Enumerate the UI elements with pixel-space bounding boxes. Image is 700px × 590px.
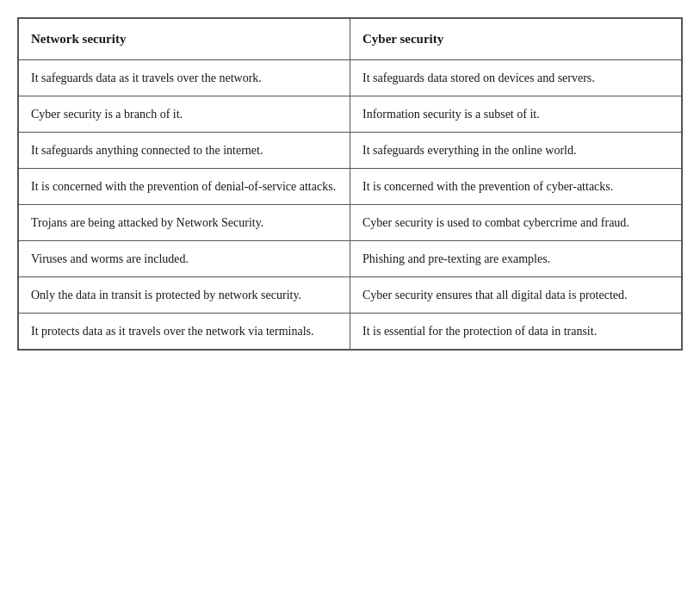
row8-col2: It is essential for the protection of da… bbox=[350, 313, 682, 349]
row2-col1: Cyber security is a branch of it. bbox=[19, 96, 350, 132]
row3-col2: It safeguards everything in the online w… bbox=[350, 132, 682, 168]
header-network-security: Network security bbox=[19, 19, 350, 60]
row1-col1: It safeguards data as it travels over th… bbox=[19, 59, 350, 96]
comparison-table: Network security Cyber security It safeg… bbox=[17, 17, 683, 351]
table-row: Viruses and worms are included. Phishing… bbox=[19, 240, 682, 276]
row7-col2: Cyber security ensures that all digital … bbox=[350, 276, 682, 313]
table-row: Cyber security is a branch of it. Inform… bbox=[19, 96, 682, 132]
header-cyber-security: Cyber security bbox=[350, 19, 682, 60]
row5-col1: Trojans are being attacked by Network Se… bbox=[19, 204, 350, 240]
table-row: It protects data as it travels over the … bbox=[19, 313, 682, 349]
row4-col1: It is concerned with the prevention of d… bbox=[19, 168, 350, 204]
row3-col1: It safeguards anything connected to the … bbox=[19, 132, 350, 168]
row7-col1: Only the data in transit is protected by… bbox=[19, 276, 350, 313]
row6-col2: Phishing and pre-texting are examples. bbox=[350, 240, 682, 276]
table-row: Only the data in transit is protected by… bbox=[19, 276, 682, 313]
table-header-row: Network security Cyber security bbox=[19, 19, 682, 60]
row8-col1: It protects data as it travels over the … bbox=[19, 313, 350, 349]
table-row: It safeguards data as it travels over th… bbox=[19, 59, 682, 96]
table-row: Trojans are being attacked by Network Se… bbox=[19, 204, 682, 240]
row1-col2: It safeguards data stored on devices and… bbox=[350, 59, 682, 96]
row5-col2: Cyber security is used to combat cybercr… bbox=[350, 204, 682, 240]
table-row: It safeguards anything connected to the … bbox=[19, 132, 682, 168]
row6-col1: Viruses and worms are included. bbox=[19, 240, 350, 276]
row2-col2: Information security is a subset of it. bbox=[350, 96, 682, 132]
row4-col2: It is concerned with the prevention of c… bbox=[350, 168, 682, 204]
table-row: It is concerned with the prevention of d… bbox=[19, 168, 682, 204]
